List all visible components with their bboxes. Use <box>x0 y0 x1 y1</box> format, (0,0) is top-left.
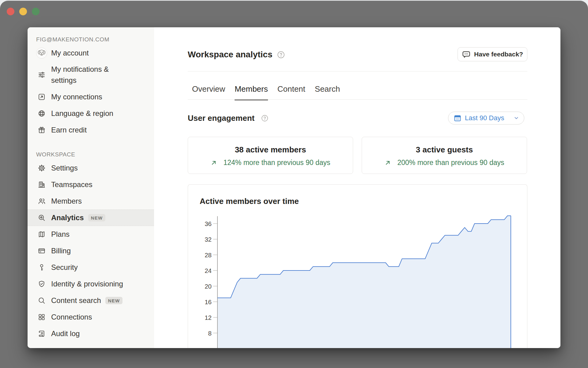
sidebar-item-billing[interactable]: Billing <box>28 243 154 259</box>
active-members-chart-card: 363228242016128 Active members over time <box>188 184 527 348</box>
stat-delta-label: 124% more than previous 90 days <box>223 159 330 167</box>
sidebar-item-teamspaces[interactable]: Teamspaces <box>28 176 154 193</box>
active-members-area-chart: 363228242016128 <box>188 185 527 348</box>
avatar-dog-icon <box>36 48 47 59</box>
workspace-section: SettingsTeamspacesMembersAnalyticsNEWPla… <box>28 160 154 342</box>
chart-title: Active members over time <box>200 196 299 206</box>
sidebar-item-settings[interactable]: Settings <box>28 160 154 176</box>
analytics-tabs: OverviewMembersContentSearch <box>192 82 340 99</box>
sidebar-item-analytics[interactable]: AnalyticsNEW <box>28 209 154 226</box>
notion-settings-window: FIG@MAKENOTION.COM My accountMy notifica… <box>28 27 560 348</box>
date-range-dropdown[interactable]: Last 90 Days <box>448 112 524 125</box>
user-engagement-heading: User engagement <box>188 113 254 123</box>
tabs-divider <box>188 99 527 100</box>
tab-content[interactable]: Content <box>277 82 305 99</box>
analytics-main-panel: Workspace analytics Have feedback? Overv… <box>154 27 560 348</box>
traffic-lights <box>7 8 40 15</box>
arrow-up-right-icon <box>384 159 394 166</box>
sidebar-item-language-region[interactable]: Language & region <box>28 105 154 122</box>
chevron-down-icon <box>513 115 520 121</box>
arrow-box-icon <box>38 93 46 101</box>
have-feedback-button[interactable]: Have feedback? <box>458 47 527 61</box>
globe-icon <box>38 109 46 117</box>
workspace-section-label: WORKSPACE <box>36 151 154 158</box>
feedback-button-label: Have feedback? <box>474 51 523 58</box>
stat-delta: 200% more than previous 90 days <box>362 159 527 167</box>
minimize-button[interactable] <box>19 8 27 15</box>
stat-value: 38 active members <box>188 144 353 155</box>
building-icon <box>38 181 46 189</box>
y-axis-label: 12 <box>205 314 212 321</box>
tab-overview[interactable]: Overview <box>192 82 225 99</box>
search-icon <box>38 297 46 305</box>
sidebar-item-label: Analytics <box>51 213 84 222</box>
stat-value: 3 active guests <box>362 144 527 155</box>
sidebar-item-label: Identity & provisioning <box>51 280 123 288</box>
sidebar-item-my-connections[interactable]: My connections <box>28 89 154 105</box>
gift-icon <box>38 126 46 134</box>
settings-sidebar: FIG@MAKENOTION.COM My accountMy notifica… <box>28 27 154 348</box>
new-badge: NEW <box>105 297 123 304</box>
account-email-label: FIG@MAKENOTION.COM <box>36 36 154 43</box>
new-badge: NEW <box>88 214 106 221</box>
stat-card-active-guests: 3 active guests200% more than previous 9… <box>362 137 527 174</box>
grid-icon <box>38 313 46 321</box>
scroll-icon <box>38 330 46 338</box>
sidebar-item-label: Connections <box>51 313 92 321</box>
help-circle-icon[interactable] <box>277 51 285 59</box>
y-axis-label: 20 <box>205 283 212 290</box>
close-button[interactable] <box>7 8 14 15</box>
sidebar-section-gap <box>28 138 154 151</box>
sidebar-item-label: Audit log <box>51 329 80 338</box>
stat-delta-label: 200% more than previous 90 days <box>397 159 504 167</box>
arrow-up-right-icon <box>210 159 220 166</box>
zoom-star-icon <box>38 214 46 222</box>
sidebar-item-my-account[interactable]: My account <box>28 46 154 60</box>
sidebar-item-label: Settings <box>51 164 78 172</box>
help-circle-icon[interactable] <box>261 115 268 122</box>
sidebar-item-label: Security <box>51 263 78 272</box>
members-icon <box>38 197 46 205</box>
sidebar-item-connections[interactable]: Connections <box>28 309 154 325</box>
gear-icon <box>38 164 46 172</box>
stat-delta: 124% more than previous 90 days <box>188 159 353 167</box>
credit-card-icon <box>38 247 46 255</box>
map-icon <box>38 230 46 238</box>
desktop-background: FIG@MAKENOTION.COM My accountMy notifica… <box>0 1 588 368</box>
y-axis-label: 32 <box>205 236 212 243</box>
account-section: My accountMy notifications & settingsMy … <box>28 46 154 138</box>
sidebar-item-label: Content search <box>51 296 101 305</box>
sidebar-item-label: Language & region <box>51 109 113 118</box>
sidebar-item-members[interactable]: Members <box>28 193 154 209</box>
sidebar-item-label: My account <box>51 49 89 57</box>
sidebar-item-earn-credit[interactable]: Earn credit <box>28 122 154 138</box>
sliders-icon <box>38 71 46 79</box>
sidebar-item-identity-provisioning[interactable]: Identity & provisioning <box>28 276 154 292</box>
stat-card-active-members: 38 active members124% more than previous… <box>188 137 353 174</box>
sidebar-item-security[interactable]: Security <box>28 259 154 276</box>
sidebar-item-label: My connections <box>51 93 102 101</box>
sidebar-item-label: Plans <box>51 230 70 239</box>
header-divider <box>188 71 527 71</box>
calendar-icon <box>454 114 462 122</box>
y-axis-label: 8 <box>208 330 212 337</box>
tab-members[interactable]: Members <box>235 82 268 99</box>
zoom-button[interactable] <box>32 8 40 15</box>
sidebar-item-label: Teamspaces <box>51 180 92 189</box>
key-icon <box>38 263 46 271</box>
shield-check-icon <box>38 280 46 288</box>
sidebar-item-my-notifications-settings[interactable]: My notifications & settings <box>28 64 154 86</box>
date-range-label: Last 90 Days <box>465 114 513 122</box>
y-axis-label: 24 <box>205 267 212 274</box>
y-axis-label: 36 <box>205 220 212 227</box>
sidebar-item-audit-log[interactable]: Audit log <box>28 325 154 342</box>
tab-search[interactable]: Search <box>315 82 340 99</box>
chat-bubble-icon <box>462 50 474 59</box>
y-axis-label: 16 <box>205 298 212 305</box>
sidebar-item-content-search[interactable]: Content searchNEW <box>28 292 154 309</box>
sidebar-item-label: Earn credit <box>51 126 87 134</box>
sidebar-item-label: Members <box>51 197 82 205</box>
sidebar-item-plans[interactable]: Plans <box>28 226 154 243</box>
chart-area-fill <box>217 216 511 348</box>
page-title: Workspace analytics <box>188 49 273 60</box>
